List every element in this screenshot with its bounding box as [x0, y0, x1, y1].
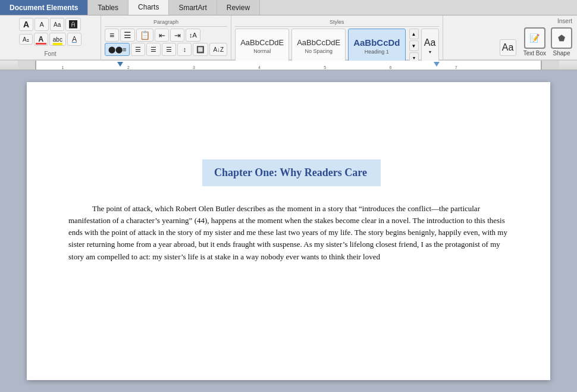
font-color-blue-btn[interactable]: A	[67, 33, 81, 46]
align-left-btn[interactable]: ⬤⬤≡	[105, 43, 130, 56]
styles-section-title: Styles	[235, 18, 438, 27]
styles-scroll-up-btn[interactable]: ▲	[409, 29, 419, 39]
increase-indent-btn[interactable]: ⇥	[170, 29, 184, 42]
text-box-icon: 📝	[524, 27, 545, 49]
ruler-tab-stop[interactable]	[117, 62, 123, 67]
change-styles-btn[interactable]: Aa ▾	[421, 29, 439, 63]
ruler-inner: 1 2 3 4 5 6 7	[36, 61, 541, 70]
font-size-decrease-btn[interactable]: A	[19, 18, 33, 31]
az-sort-btn[interactable]: A↓Z	[209, 43, 227, 56]
highlight-btn[interactable]: abc	[49, 33, 66, 46]
styles-scroll-down-btn[interactable]: ▼	[409, 40, 419, 51]
style-no-spacing[interactable]: AaBbCcDdE No Spacing	[291, 29, 346, 63]
subscript-btn[interactable]: A₂	[19, 34, 33, 45]
style-normal-preview: AaBbCcDdE	[240, 38, 284, 47]
style-normal-label: Normal	[253, 48, 271, 54]
ribbon-tabs: Document Elements Tables Charts SmartArt…	[0, 0, 577, 15]
change-styles-dropdown: ▾	[429, 49, 431, 55]
paragraph-section-title: Paragraph	[105, 18, 227, 27]
ribbon-toolbar: A A Aa 🅰 A₂ A abc A Font Par	[0, 15, 577, 61]
body-paragraph: The point of attack, which Robert Olen B…	[68, 203, 515, 263]
justify-btn[interactable]: ☰	[162, 43, 176, 56]
styles-section: Styles AaBbCcDdE Normal AaBbCcDdE No Spa…	[231, 15, 443, 59]
document-page: Chapter One: Why Readers Care The point …	[27, 82, 550, 380]
insert-extra-buttons: Aa	[500, 39, 516, 57]
font-case-btn[interactable]: Aa	[50, 18, 64, 31]
chapter-heading-container: Chapter One: Why Readers Care	[68, 159, 515, 196]
align-right-btn[interactable]: ☰	[146, 43, 161, 56]
style-normal[interactable]: AaBbCcDdE Normal	[235, 29, 289, 63]
ruler-right-margin	[541, 61, 559, 70]
shape-icon: ⬟	[551, 27, 572, 49]
shading-btn[interactable]: 🔲	[193, 43, 208, 56]
insert-extra-btn1[interactable]: Aa	[500, 39, 516, 56]
text-box-insert-btn[interactable]: 📝 Text Box	[523, 27, 546, 57]
ruler-left-margin	[18, 61, 36, 70]
ruler: 1 2 3 4 5 6 7	[0, 61, 577, 70]
font-size-increase-btn[interactable]: A	[35, 18, 49, 31]
tab-charts[interactable]: Charts	[128, 0, 169, 15]
align-center-btn[interactable]: ☰	[131, 43, 145, 56]
font-color-btn[interactable]: A	[34, 33, 48, 46]
style-heading1-preview: AaBbCcDd	[353, 37, 400, 48]
decrease-indent-btn[interactable]: ⇤	[155, 29, 169, 42]
tab-document-elements[interactable]: Document Elements	[0, 0, 88, 15]
shape-insert-btn[interactable]: ⬟ Shape	[551, 27, 572, 57]
chapter-title: Chapter One: Why Readers Care	[214, 167, 369, 179]
style-heading1-label: Heading 1	[365, 49, 389, 55]
styles-navigation: ▲ ▼ ▾	[409, 29, 419, 63]
tab-smartart[interactable]: SmartArt	[169, 0, 217, 15]
numbered-list-btn[interactable]: ☰	[120, 29, 135, 42]
insert-section-title: Insert	[500, 18, 572, 24]
page-top-space	[68, 112, 515, 159]
change-styles-icon: Aa	[424, 37, 436, 48]
body-text: The point of attack, which Robert Olen B…	[68, 203, 515, 263]
clear-format-btn[interactable]: 🅰	[65, 18, 81, 31]
tab-review[interactable]: Review	[217, 0, 260, 15]
font-section-label: Font	[44, 51, 56, 57]
style-no-spacing-label: No Spacing	[305, 48, 333, 54]
toolbar-spacer	[443, 15, 495, 59]
sort-btn[interactable]: ↕A	[186, 29, 200, 42]
font-section: A A Aa 🅰 A₂ A abc A Font	[0, 15, 101, 59]
bullet-list-btn[interactable]: ≡	[105, 29, 119, 42]
line-spacing-btn[interactable]: ↕	[177, 43, 192, 56]
style-no-spacing-preview: AaBbCcDdE	[297, 38, 340, 47]
multilevel-list-btn[interactable]: 📋	[136, 29, 153, 42]
shape-label: Shape	[553, 50, 570, 57]
tab-tables[interactable]: Tables	[88, 0, 128, 15]
text-box-label: Text Box	[523, 50, 546, 57]
style-heading1[interactable]: AaBbCcDd Heading 1	[348, 29, 405, 63]
insert-section: Insert Aa 📝 Text Box ⬟ Shape	[495, 15, 577, 59]
document-area: Chapter One: Why Readers Care The point …	[0, 70, 577, 392]
chapter-header-box: Chapter One: Why Readers Care	[202, 159, 381, 186]
ruler-right-indent[interactable]	[434, 62, 440, 67]
paragraph-section: Paragraph ≡ ☰ 📋 ⇤ ⇥ ↕A ⬤⬤≡ ☰ ☰ ☰ ↕	[101, 15, 231, 59]
